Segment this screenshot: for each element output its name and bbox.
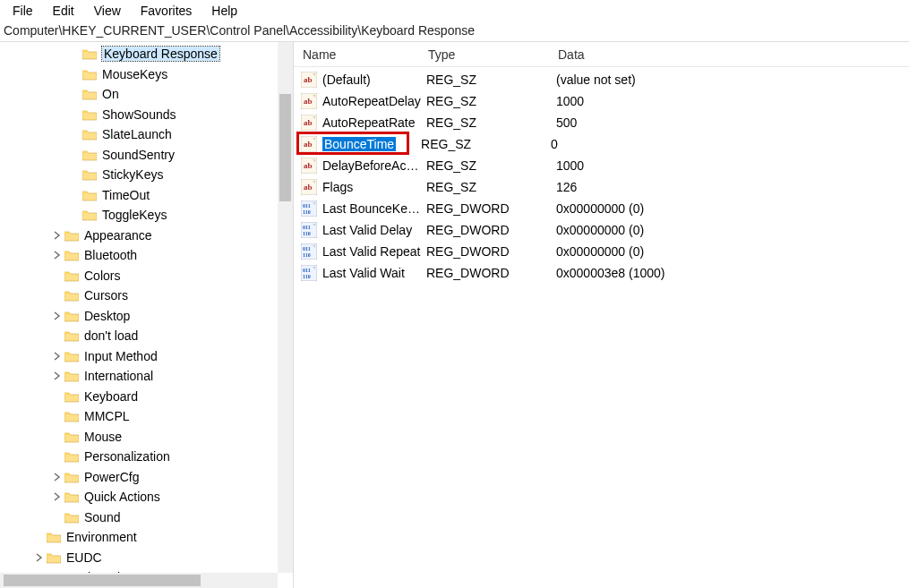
list-header: Name Type Data <box>294 42 909 67</box>
value-name: Last Valid Wait <box>322 266 426 280</box>
list-row[interactable]: DelayBeforeAcc...REG_SZ1000 <box>294 155 909 176</box>
tree-item-label: MouseKeys <box>102 67 167 81</box>
menu-file[interactable]: File <box>4 2 42 20</box>
chevron-right-icon[interactable] <box>50 371 63 380</box>
chevron-right-icon[interactable] <box>50 251 63 260</box>
tree-item-label: ToggleKeys <box>102 208 167 222</box>
value-data: 126 <box>556 180 909 194</box>
menu-edit[interactable]: Edit <box>44 2 83 20</box>
tree-item[interactable]: Colors <box>0 266 278 286</box>
tree-item[interactable]: TimeOut <box>0 185 278 206</box>
tree-item[interactable]: Input Method <box>0 346 278 367</box>
tree-item[interactable]: MMCPL <box>0 406 278 427</box>
value-name: (Default) <box>322 72 426 87</box>
column-header-type[interactable]: Type <box>428 47 558 62</box>
chevron-right-icon[interactable] <box>50 311 63 320</box>
menu-favorites[interactable]: Favorites <box>132 2 202 20</box>
chevron-right-icon[interactable] <box>50 352 63 361</box>
reg-string-icon <box>301 179 317 195</box>
folder-icon <box>82 209 97 221</box>
list-row[interactable]: FlagsREG_SZ126 <box>294 176 909 198</box>
value-type: REG_SZ <box>426 72 556 87</box>
list-row[interactable]: Last Valid DelayREG_DWORD0x00000000 (0) <box>294 219 909 241</box>
tree-item-label: Appearance <box>84 228 152 243</box>
value-data: 1000 <box>556 158 909 173</box>
list-body: (Default)REG_SZ(value not set)AutoRepeat… <box>294 67 909 284</box>
folder-icon <box>82 108 97 121</box>
tree-item[interactable]: SoundSentry <box>0 145 278 166</box>
scrollbar-thumb[interactable] <box>4 575 201 586</box>
tree-vertical-scrollbar[interactable] <box>278 42 293 573</box>
scrollbar-thumb[interactable] <box>279 94 291 201</box>
tree-item-label: TimeOut <box>102 188 150 202</box>
tree-item[interactable]: Keyboard Response <box>0 44 278 64</box>
list-row[interactable]: Last Valid RepeatREG_DWORD0x00000000 (0) <box>294 241 909 262</box>
tree-item[interactable]: Personalization <box>0 447 278 467</box>
tree-item-label: On <box>102 87 119 101</box>
folder-icon <box>64 370 79 382</box>
chevron-right-icon[interactable] <box>50 473 63 481</box>
tree-item[interactable]: don't load <box>0 326 278 346</box>
tree-item-label: Desktop <box>84 309 130 323</box>
column-header-data[interactable]: Data <box>558 47 909 62</box>
tree-item[interactable]: Mouse <box>0 427 278 447</box>
tree-item[interactable]: Bluetooth <box>0 245 278 266</box>
value-type: REG_SZ <box>426 94 556 108</box>
value-name: AutoRepeatDelay <box>322 94 426 108</box>
tree-item[interactable]: MouseKeys <box>0 64 278 85</box>
tree-item[interactable]: ToggleKeys <box>0 205 278 226</box>
tree-horizontal-scrollbar[interactable] <box>0 573 278 588</box>
tree-item[interactable]: PowerCfg <box>0 467 278 488</box>
folder-icon <box>82 47 97 60</box>
chevron-right-icon[interactable] <box>50 231 63 240</box>
value-name: DelayBeforeAcc... <box>322 158 426 173</box>
address-bar[interactable]: Computer\HKEY_CURRENT_USER\Control Panel… <box>0 21 909 41</box>
folder-icon <box>82 189 97 201</box>
tree-item-label: Colors <box>84 268 120 283</box>
list-row[interactable]: AutoRepeatDelayREG_SZ1000 <box>294 90 909 112</box>
tree-item[interactable]: EUDC <box>0 548 278 568</box>
folder-icon <box>82 88 97 100</box>
tree-item[interactable]: SlateLaunch <box>0 124 278 145</box>
chevron-right-icon[interactable] <box>32 553 45 562</box>
tree-item[interactable]: On <box>0 84 278 105</box>
tree-item[interactable]: Keyboard <box>0 387 278 407</box>
reg-binary-icon <box>301 265 317 281</box>
folder-icon <box>64 511 79 524</box>
tree-item-label: EUDC <box>66 550 102 565</box>
tree-item-label: StickyKeys <box>102 167 163 182</box>
tree-item[interactable]: StickyKeys <box>0 165 278 185</box>
menu-view[interactable]: View <box>85 2 130 20</box>
tree-item[interactable]: International <box>0 366 278 387</box>
tree-item-label: SlateLaunch <box>102 127 172 141</box>
chevron-right-icon[interactable] <box>50 492 63 501</box>
value-data: (value not set) <box>556 72 909 87</box>
folder-icon <box>64 350 79 362</box>
list-row[interactable]: (Default)REG_SZ(value not set) <box>294 69 909 90</box>
tree-item[interactable]: Desktop <box>0 306 278 327</box>
reg-string-icon <box>301 136 317 152</box>
menu-help[interactable]: Help <box>202 2 246 20</box>
column-header-name[interactable]: Name <box>294 47 428 62</box>
reg-string-icon <box>301 115 317 131</box>
value-name: Last Valid Repeat <box>322 244 426 259</box>
tree-item[interactable]: Environment <box>0 527 278 548</box>
main-content: Keyboard ResponseMouseKeysOnShowSoundsSl… <box>0 41 909 588</box>
tree-item-label: MMCPL <box>84 409 130 423</box>
list-row[interactable]: Last BounceKey ...REG_DWORD0x00000000 (0… <box>294 198 909 219</box>
folder-icon <box>82 168 97 181</box>
value-type: REG_SZ <box>426 115 556 130</box>
tree-item[interactable]: Cursors <box>0 285 278 306</box>
tree-item[interactable]: Appearance <box>0 226 278 246</box>
tree-item-label: Mouse <box>84 430 122 444</box>
folder-icon <box>64 490 79 503</box>
folder-icon <box>64 269 79 282</box>
tree-item-label: Keyboard <box>84 389 138 404</box>
tree-item[interactable]: ShowSounds <box>0 105 278 125</box>
tree-item[interactable]: Quick Actions <box>0 487 278 507</box>
list-row[interactable]: AutoRepeatRateREG_SZ500 <box>294 112 909 133</box>
list-row[interactable]: Last Valid WaitREG_DWORD0x000003e8 (1000… <box>294 262 909 284</box>
value-data: 0x000003e8 (1000) <box>556 266 909 280</box>
list-row[interactable]: BounceTimeREG_SZ0 <box>294 133 909 155</box>
tree-item[interactable]: Sound <box>0 507 278 528</box>
